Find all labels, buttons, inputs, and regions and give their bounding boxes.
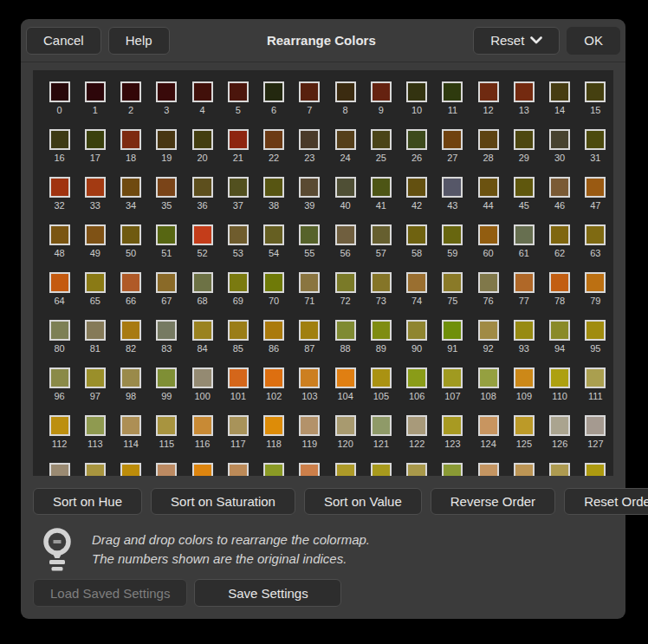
- color-swatch[interactable]: [371, 129, 392, 150]
- color-swatch[interactable]: [228, 224, 249, 245]
- color-swatch[interactable]: [335, 463, 356, 476]
- color-swatch[interactable]: [85, 81, 106, 102]
- color-swatch[interactable]: [478, 463, 499, 476]
- reset-dropdown-button[interactable]: Reset: [473, 27, 560, 55]
- color-swatch[interactable]: [335, 177, 356, 198]
- color-swatch[interactable]: [514, 415, 535, 436]
- color-swatch[interactable]: [478, 81, 499, 102]
- color-swatch[interactable]: [585, 81, 606, 102]
- color-swatch[interactable]: [442, 463, 463, 476]
- reset-order-button[interactable]: Reset Order: [564, 488, 648, 515]
- color-swatch[interactable]: [514, 320, 535, 341]
- color-swatch[interactable]: [120, 415, 141, 436]
- color-swatch[interactable]: [85, 272, 106, 293]
- color-swatch[interactable]: [49, 81, 70, 102]
- color-swatch[interactable]: [228, 368, 249, 388]
- color-swatch[interactable]: [85, 320, 106, 341]
- color-swatch[interactable]: [335, 368, 356, 388]
- color-swatch[interactable]: [335, 272, 356, 293]
- sort-on-saturation-button[interactable]: Sort on Saturation: [151, 488, 295, 515]
- color-swatch[interactable]: [371, 272, 392, 293]
- color-swatch[interactable]: [263, 368, 284, 388]
- color-swatch[interactable]: [85, 224, 106, 245]
- color-swatch[interactable]: [192, 272, 213, 293]
- color-swatch[interactable]: [120, 368, 141, 388]
- color-swatch[interactable]: [49, 272, 70, 293]
- color-swatch[interactable]: [585, 272, 606, 293]
- color-swatch[interactable]: [299, 320, 320, 341]
- color-swatch[interactable]: [371, 224, 392, 245]
- color-swatch[interactable]: [192, 81, 213, 102]
- color-swatch[interactable]: [228, 129, 249, 150]
- color-swatch[interactable]: [371, 415, 392, 436]
- color-swatch[interactable]: [585, 224, 606, 245]
- color-swatch[interactable]: [49, 224, 70, 245]
- color-swatch[interactable]: [228, 320, 249, 341]
- color-swatch[interactable]: [49, 463, 70, 476]
- color-swatch[interactable]: [228, 463, 249, 476]
- color-swatch[interactable]: [192, 320, 213, 341]
- color-swatch[interactable]: [514, 177, 535, 198]
- color-swatch[interactable]: [192, 415, 213, 436]
- color-swatch[interactable]: [120, 463, 141, 476]
- color-swatch[interactable]: [49, 415, 70, 436]
- color-swatch[interactable]: [585, 368, 606, 388]
- color-swatch[interactable]: [478, 224, 499, 245]
- color-swatch[interactable]: [263, 224, 284, 245]
- color-swatch[interactable]: [85, 463, 106, 476]
- color-swatch[interactable]: [299, 177, 320, 198]
- color-swatch[interactable]: [120, 129, 141, 150]
- color-swatch[interactable]: [549, 463, 570, 476]
- color-swatch[interactable]: [478, 272, 499, 293]
- color-swatch[interactable]: [335, 415, 356, 436]
- color-swatch[interactable]: [120, 177, 141, 198]
- color-swatch[interactable]: [406, 81, 427, 102]
- color-swatch[interactable]: [49, 368, 70, 388]
- color-swatch[interactable]: [120, 320, 141, 341]
- cancel-button[interactable]: Cancel: [26, 27, 101, 55]
- color-swatch[interactable]: [156, 272, 177, 293]
- color-swatch[interactable]: [228, 177, 249, 198]
- color-swatch[interactable]: [156, 368, 177, 388]
- color-swatch[interactable]: [263, 81, 284, 102]
- color-swatch[interactable]: [514, 81, 535, 102]
- color-swatch[interactable]: [85, 415, 106, 436]
- color-swatch[interactable]: [49, 177, 70, 198]
- color-swatch[interactable]: [585, 415, 606, 436]
- color-swatch[interactable]: [442, 224, 463, 245]
- color-swatch[interactable]: [49, 320, 70, 341]
- color-swatch[interactable]: [406, 463, 427, 476]
- color-swatch[interactable]: [156, 224, 177, 245]
- color-swatch[interactable]: [406, 415, 427, 436]
- color-swatch[interactable]: [371, 320, 392, 341]
- sort-on-hue-button[interactable]: Sort on Hue: [33, 488, 142, 515]
- color-swatch[interactable]: [192, 224, 213, 245]
- color-swatch[interactable]: [120, 81, 141, 102]
- color-swatch[interactable]: [514, 272, 535, 293]
- color-swatch[interactable]: [442, 177, 463, 198]
- color-swatch[interactable]: [85, 129, 106, 150]
- color-swatch[interactable]: [228, 81, 249, 102]
- color-swatch[interactable]: [85, 368, 106, 388]
- color-swatch[interactable]: [192, 129, 213, 150]
- color-swatch[interactable]: [299, 129, 320, 150]
- color-swatch[interactable]: [514, 224, 535, 245]
- color-swatch[interactable]: [120, 272, 141, 293]
- color-swatch[interactable]: [549, 177, 570, 198]
- color-swatch[interactable]: [228, 415, 249, 436]
- color-swatch[interactable]: [371, 177, 392, 198]
- color-swatch[interactable]: [406, 272, 427, 293]
- color-swatch[interactable]: [406, 368, 427, 388]
- color-swatch[interactable]: [263, 463, 284, 476]
- reverse-order-button[interactable]: Reverse Order: [431, 488, 555, 515]
- color-swatch[interactable]: [335, 320, 356, 341]
- color-swatch[interactable]: [156, 415, 177, 436]
- color-swatch[interactable]: [549, 224, 570, 245]
- color-swatch[interactable]: [478, 177, 499, 198]
- color-swatch[interactable]: [514, 463, 535, 476]
- load-saved-settings-button[interactable]: Load Saved Settings: [33, 579, 187, 607]
- color-swatch[interactable]: [585, 463, 606, 476]
- color-swatch[interactable]: [299, 81, 320, 102]
- color-swatch[interactable]: [228, 272, 249, 293]
- color-swatch[interactable]: [442, 129, 463, 150]
